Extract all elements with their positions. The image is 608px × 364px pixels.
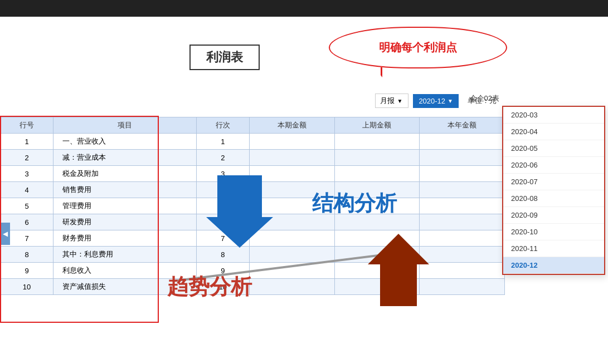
left-nav-button[interactable]: ◀ <box>0 223 10 245</box>
table-header-row: 行号 项目 行次 本期金额 上期金额 本年金额 <box>1 117 505 134</box>
blue-down-arrow <box>206 175 273 250</box>
col-rowno: 行号 <box>1 117 53 134</box>
cell-annual <box>420 214 505 230</box>
cell-annual <box>420 247 505 263</box>
dropdown-item[interactable]: 2020-10 <box>503 224 604 240</box>
table-row: 1 一、营业收入 1 <box>1 134 505 150</box>
dropdown-item[interactable]: 2020-03 <box>503 107 604 124</box>
period-dropdown[interactable]: 2020-032020-042020-052020-062020-072020-… <box>502 106 605 275</box>
brown-up-arrow <box>368 234 429 308</box>
period-type-select[interactable]: 月报 ▼ <box>375 94 408 108</box>
speech-bubble: 明确每个利润点 <box>329 27 507 68</box>
chevron-icon: ▼ <box>397 98 402 104</box>
cell-annual <box>420 182 505 198</box>
dropdown-item[interactable]: 2020-05 <box>503 140 604 157</box>
cell-rowno: 1 <box>1 134 53 150</box>
cell-prev <box>334 150 420 166</box>
col-current: 本期金额 <box>249 117 334 134</box>
col-prev: 上期金额 <box>334 117 420 134</box>
dropdown-item[interactable]: 2020-08 <box>503 190 604 207</box>
cell-rowno: 2 <box>1 150 53 166</box>
speech-bubble-text: 明确每个利润点 <box>379 41 457 53</box>
cell-annual <box>420 198 505 214</box>
period-type-label: 月报 <box>380 96 395 106</box>
period-value: 2020-12 <box>419 97 445 105</box>
cell-rowno: 4 <box>1 182 53 198</box>
left-arrow-icon: ◀ <box>3 230 8 238</box>
title-text: 利润表 <box>206 50 243 64</box>
cell-rowno: 10 <box>1 279 53 295</box>
cell-prev <box>334 166 420 182</box>
col-item: 项目 <box>53 117 197 134</box>
cell-rowno: 8 <box>1 247 53 263</box>
cell-current <box>249 134 334 150</box>
cell-item: 销售费用 <box>53 182 197 198</box>
cell-lineno: 1 <box>196 134 249 150</box>
table-row: 2 减：营业成本 2 <box>1 150 505 166</box>
cell-prev <box>334 134 420 150</box>
top-bar <box>0 0 608 17</box>
period-select[interactable]: 2020-12 ▼ <box>413 94 459 108</box>
cell-annual <box>420 263 505 279</box>
col-annual: 本年金额 <box>420 117 505 134</box>
cell-item: 研发费用 <box>53 214 197 230</box>
svg-marker-2 <box>368 234 429 306</box>
cell-rowno: 9 <box>1 263 53 279</box>
cell-annual <box>420 150 505 166</box>
cell-annual <box>420 230 505 247</box>
cell-annual <box>420 166 505 182</box>
dropdown-item[interactable]: 2020-11 <box>503 240 604 257</box>
dropdown-item[interactable]: 2020-09 <box>503 207 604 224</box>
cell-item: 财务费用 <box>53 230 197 247</box>
cell-item: 税金及附加 <box>53 166 197 182</box>
qushi-text: 趋势分析 <box>167 273 252 301</box>
cell-lineno: 2 <box>196 150 249 166</box>
cell-annual <box>420 134 505 150</box>
unit-label: 单位：元 <box>468 96 497 106</box>
dropdown-item[interactable]: 2020-04 <box>503 124 604 140</box>
title-box: 利润表 <box>189 45 260 70</box>
controls-row: 月报 ▼ 2020-12 ▼ 单位：元 <box>375 94 497 108</box>
col-lineno: 行次 <box>196 117 249 134</box>
cell-current <box>249 150 334 166</box>
cell-item: 管理费用 <box>53 198 197 214</box>
dropdown-item[interactable]: 2020-12 <box>503 257 604 274</box>
dropdown-item[interactable]: 2020-06 <box>503 157 604 174</box>
cell-item: 一、营业收入 <box>53 134 197 150</box>
cell-rowno: 3 <box>1 166 53 182</box>
cell-annual <box>420 279 505 295</box>
cell-item: 减：营业成本 <box>53 150 197 166</box>
dropdown-item[interactable]: 2020-07 <box>503 174 604 190</box>
main-content: 明确每个利润点 利润表 会企02表 月报 ▼ 2020-12 ▼ 单位：元 行号… <box>0 17 608 364</box>
jiegou-text: 结构分析 <box>312 189 397 218</box>
cell-rowno: 5 <box>1 198 53 214</box>
svg-marker-0 <box>206 175 273 248</box>
chevron-down-icon: ▼ <box>448 98 453 104</box>
